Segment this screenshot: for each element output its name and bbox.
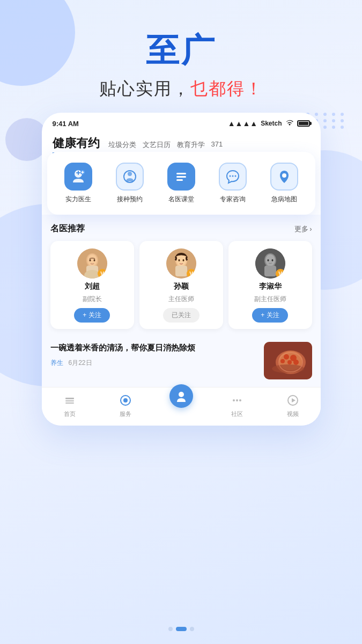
page-dot-1[interactable] — [168, 627, 173, 631]
article-meta: 养生 6月22日 — [50, 358, 256, 368]
svg-rect-29 — [264, 266, 276, 276]
page-dot-2[interactable] — [176, 627, 187, 631]
doctor-cards: V 刘超 副院长 + 关注 — [50, 241, 312, 329]
tab-more[interactable]: 371 — [211, 140, 223, 150]
service-vaccine[interactable]: 接种预约 — [111, 163, 149, 204]
app-title: 健康有约 — [53, 135, 100, 154]
svg-rect-4 — [176, 173, 186, 174]
service-doctor-label: 实力医生 — [65, 195, 91, 204]
status-bar: 9:41 AM ▲▲▲▲ Sketch — [42, 113, 321, 131]
avatar-badge-3: V — [276, 269, 285, 279]
svg-rect-6 — [176, 179, 183, 181]
carrier-label: Sketch — [261, 120, 282, 127]
svg-point-10 — [282, 173, 286, 178]
follow-button-1[interactable]: + 关注 — [74, 308, 109, 323]
vaccine-icon — [116, 163, 144, 191]
svg-point-34 — [284, 354, 289, 360]
svg-rect-5 — [176, 176, 186, 178]
more-link[interactable]: 更多 › — [294, 224, 312, 234]
tab-garbage[interactable]: 垃圾分类 — [108, 140, 136, 150]
tab-arts[interactable]: 文艺日历 — [143, 140, 171, 150]
doctor-avatar-3: V — [255, 248, 285, 279]
home-icon — [62, 393, 77, 408]
doctor-title-2: 主任医师 — [168, 295, 194, 304]
article-content: 一碗透着米香的清汤，帮你夏日消热除烦 养生 6月22日 — [50, 342, 256, 368]
svg-rect-42 — [65, 402, 74, 404]
svg-point-46 — [233, 399, 235, 401]
svg-marker-50 — [292, 398, 295, 402]
doctor-avatar-1: V — [77, 248, 107, 279]
svg-rect-41 — [65, 400, 74, 401]
nav-user[interactable] — [165, 393, 197, 418]
sub-title: 贴心实用，乜都得！ — [0, 77, 362, 101]
app-tabs: 垃圾分类 文艺日历 教育升学 371 — [108, 140, 223, 150]
doctor-card-1: V 刘超 副院长 + 关注 — [50, 241, 134, 329]
svg-point-8 — [232, 175, 233, 177]
svg-point-47 — [236, 399, 238, 401]
svg-point-37 — [293, 360, 299, 365]
article-image — [264, 342, 312, 379]
doctor-card-2: V 孙颖 主任医师 已关注 — [139, 241, 223, 329]
doctor-name-3: 李淑华 — [259, 282, 282, 291]
tagline-part1: 贴心实用， — [99, 79, 190, 98]
service-class-label: 名医课堂 — [168, 195, 194, 204]
battery-icon — [297, 120, 310, 127]
svg-point-17 — [93, 259, 95, 261]
svg-point-9 — [234, 175, 236, 177]
follow-button-2[interactable]: 已关注 — [163, 308, 200, 323]
svg-point-7 — [229, 175, 231, 177]
main-title: 至广 — [0, 32, 362, 69]
bottom-nav: 首页 服务 — [42, 387, 321, 426]
services-card: 实力医生 接种预约 — [47, 152, 315, 215]
avatar-badge-1: V — [98, 269, 107, 279]
signal-icon: ▲▲▲▲ — [228, 119, 257, 128]
wifi-icon — [285, 119, 294, 128]
nav-community-label: 社区 — [231, 410, 243, 418]
article-title: 一碗透着米香的清汤，帮你夏日消热除烦 — [50, 342, 256, 354]
svg-rect-40 — [65, 398, 74, 399]
nav-home[interactable]: 首页 — [54, 393, 86, 418]
recommend-section: 名医推荐 更多 › — [42, 215, 321, 334]
service-doctor[interactable]: 实力医生 — [60, 163, 97, 204]
tab-education[interactable]: 教育升学 — [177, 140, 205, 150]
page-dot-3[interactable] — [190, 627, 194, 631]
status-right: ▲▲▲▲ Sketch — [228, 119, 310, 128]
nav-community[interactable]: 社区 — [221, 393, 253, 418]
consult-icon — [219, 163, 247, 191]
article-section[interactable]: 一碗透着米香的清汤，帮你夏日消热除烦 养生 6月22日 — [42, 334, 321, 387]
nav-service[interactable]: 服务 — [109, 393, 142, 418]
doctor-card-3: V 李淑华 副主任医师 + 关注 — [228, 241, 312, 329]
tagline-part2: 乜都得！ — [190, 79, 263, 98]
service-map[interactable]: 急病地图 — [265, 163, 303, 204]
svg-rect-21 — [175, 266, 187, 276]
svg-point-36 — [287, 360, 292, 364]
nav-video[interactable]: 视频 — [277, 393, 309, 418]
nav-home-label: 首页 — [64, 410, 76, 418]
svg-point-22 — [178, 259, 180, 261]
service-consult[interactable]: 专家咨询 — [214, 163, 252, 204]
nav-service-label: 服务 — [120, 410, 131, 418]
header-section: 至广 贴心实用，乜都得！ — [0, 0, 362, 101]
service-consult-label: 专家咨询 — [220, 195, 246, 204]
doctor-title-1: 副院长 — [83, 295, 102, 304]
service-class[interactable]: 名医课堂 — [162, 163, 200, 204]
community-icon — [230, 393, 245, 408]
status-time: 9:41 AM — [53, 120, 79, 128]
user-center-icon — [169, 384, 193, 408]
svg-point-45 — [179, 392, 184, 397]
article-date: 6月22日 — [69, 358, 92, 368]
doctor-name-1: 刘超 — [85, 282, 100, 291]
article-category: 养生 — [50, 358, 63, 368]
follow-button-3[interactable]: + 关注 — [252, 308, 287, 323]
svg-point-16 — [89, 259, 91, 261]
nav-video-label: 视频 — [287, 410, 299, 418]
more-text: 更多 — [294, 224, 308, 234]
avatar-badge-2: V — [187, 269, 196, 279]
svg-point-28 — [271, 259, 273, 261]
phone-mockup: 9:41 AM ▲▲▲▲ Sketch 健康有约 垃圾分类 文艺日历 教育升学 … — [42, 113, 321, 426]
phone-mockup-container: 9:41 AM ▲▲▲▲ Sketch 健康有约 垃圾分类 文艺日历 教育升学 … — [42, 113, 321, 426]
map-icon — [270, 163, 298, 191]
doctor-icon — [64, 163, 92, 191]
service-map-label: 急病地图 — [271, 195, 297, 204]
doctor-title-3: 副主任医师 — [254, 295, 286, 304]
